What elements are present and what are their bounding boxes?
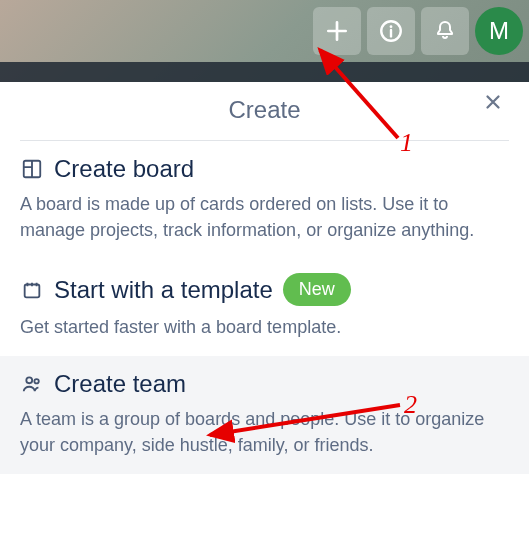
option-desc: Get started faster with a board template…: [20, 314, 509, 340]
header-bar: M: [313, 0, 529, 62]
option-title-row: Create team: [20, 370, 509, 398]
option-title-row: Start with a template New: [20, 273, 509, 306]
option-title-row: Create board: [20, 155, 509, 183]
info-icon: [378, 18, 404, 44]
notifications-button[interactable]: [421, 7, 469, 55]
option-title: Create team: [54, 370, 186, 398]
template-icon: [20, 278, 44, 302]
create-popup: Create Create board A board is made up o…: [0, 82, 529, 540]
svg-point-5: [34, 379, 38, 383]
close-button[interactable]: [477, 86, 509, 118]
option-desc: A board is made up of cards ordered on l…: [20, 191, 509, 243]
add-button[interactable]: [313, 7, 361, 55]
bell-icon: [433, 19, 457, 43]
option-create-board[interactable]: Create board A board is made up of cards…: [0, 141, 529, 259]
option-title: Start with a template: [54, 276, 273, 304]
popup-title: Create: [228, 96, 300, 124]
avatar-letter: M: [489, 17, 509, 45]
board-icon: [20, 157, 44, 181]
info-button[interactable]: [367, 7, 415, 55]
plus-icon: [324, 18, 350, 44]
option-desc: A team is a group of boards and people. …: [20, 406, 509, 458]
option-create-team[interactable]: Create team A team is a group of boards …: [0, 356, 529, 474]
annotation-label-1: 1: [400, 128, 413, 158]
option-title: Create board: [54, 155, 194, 183]
board-header-strip: [0, 62, 529, 82]
svg-point-1: [390, 25, 393, 28]
option-start-template[interactable]: Start with a template New Get started fa…: [0, 259, 529, 356]
svg-point-4: [26, 378, 32, 384]
popup-header: Create: [20, 82, 509, 141]
close-icon: [482, 91, 504, 113]
new-badge: New: [283, 273, 351, 306]
team-icon: [20, 372, 44, 396]
avatar[interactable]: M: [475, 7, 523, 55]
svg-rect-3: [25, 284, 40, 297]
annotation-label-2: 2: [404, 390, 417, 420]
